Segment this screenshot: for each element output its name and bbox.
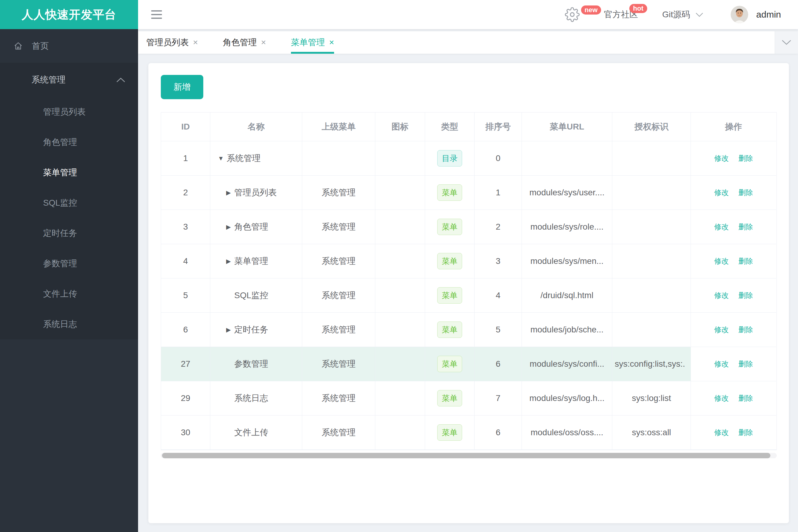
table-row: 3▶角色管理系统管理菜单2modules/sys/role....修改删除	[161, 210, 777, 244]
tab-2[interactable]: 菜单管理×	[291, 31, 334, 54]
cell-name: ▶管理员列表	[210, 176, 302, 210]
sidebar-item-5[interactable]: 参数管理	[0, 248, 138, 279]
cell-icon	[375, 313, 425, 347]
tab-1[interactable]: 角色管理×	[223, 31, 266, 54]
cell-icon	[375, 347, 425, 381]
column-header: 名称	[210, 113, 302, 141]
scrollbar-thumb[interactable]	[162, 453, 771, 458]
edit-link[interactable]: 修改	[714, 256, 729, 266]
tab-label: 角色管理	[223, 37, 257, 48]
cell-name: 参数管理	[210, 347, 302, 381]
cell-parent: 系统管理	[302, 244, 375, 279]
sidebar-submenu: 管理员列表角色管理菜单管理SQL监控定时任务参数管理文件上传系统日志	[0, 97, 138, 339]
cell-perm: sys:oss:all	[612, 416, 691, 450]
table-row: 6▶定时任务系统管理菜单5modules/job/sche...修改删除	[161, 313, 777, 347]
cell-type: 目录	[425, 141, 475, 176]
cell-id: 5	[161, 279, 210, 313]
sidebar-group-block: 系统管理 管理员列表角色管理菜单管理SQL监控定时任务参数管理文件上传系统日志	[0, 63, 138, 339]
tabs-menu-button[interactable]	[775, 31, 798, 54]
cell-name: 系统日志	[210, 381, 302, 416]
tab-0[interactable]: 管理员列表×	[146, 31, 198, 54]
cell-name: SQL监控	[210, 279, 302, 313]
edit-link[interactable]: 修改	[714, 393, 729, 403]
git-source-dropdown[interactable]: Git源码	[662, 9, 704, 20]
sidebar-item-7[interactable]: 系统日志	[0, 309, 138, 339]
new-badge: new	[581, 5, 601, 15]
collapse-arrow-icon[interactable]: ▼	[218, 155, 224, 162]
sidebar-item-6[interactable]: 文件上传	[0, 279, 138, 309]
edit-link[interactable]: 修改	[714, 428, 729, 437]
column-header: 授权标识	[612, 113, 691, 141]
tab-label: 管理员列表	[146, 37, 189, 48]
sidebar-item-4[interactable]: 定时任务	[0, 218, 138, 248]
horizontal-scrollbar	[161, 453, 777, 458]
sidebar-item-0[interactable]: 管理员列表	[0, 97, 138, 127]
add-button[interactable]: 新增	[161, 75, 203, 99]
cell-type: 菜单	[425, 381, 475, 416]
cell-parent: 系统管理	[302, 210, 375, 244]
cell-url: modules/sys/log.h...	[522, 381, 612, 416]
edit-link[interactable]: 修改	[714, 188, 729, 197]
close-icon[interactable]: ×	[329, 38, 334, 47]
cell-perm: sys:config:list,sys:.	[612, 347, 691, 381]
cell-order: 1	[475, 176, 522, 210]
expand-arrow-icon[interactable]: ▶	[225, 223, 231, 230]
table-row: 2▶管理员列表系统管理菜单1modules/sys/user....修改删除	[161, 176, 777, 210]
cell-url: modules/sys/role....	[522, 210, 612, 244]
edit-link[interactable]: 修改	[714, 153, 729, 163]
cell-icon	[375, 176, 425, 210]
cell-url: modules/sys/user....	[522, 176, 612, 210]
cell-type: 菜单	[425, 210, 475, 244]
cell-perm: sys:log:list	[612, 381, 691, 416]
type-tag: 菜单	[437, 287, 462, 304]
cell-name: ▶角色管理	[210, 210, 302, 244]
username[interactable]: admin	[756, 10, 781, 20]
delete-link[interactable]: 删除	[739, 256, 753, 266]
sidebar-home-label: 首页	[32, 40, 49, 52]
delete-link[interactable]: 删除	[739, 393, 753, 403]
expand-arrow-icon[interactable]: ▶	[225, 258, 231, 265]
settings-button[interactable]: new	[565, 7, 580, 22]
cell-actions: 修改删除	[691, 210, 776, 244]
delete-link[interactable]: 删除	[739, 222, 753, 232]
expand-arrow-icon[interactable]: ▶	[225, 189, 231, 196]
sidebar-item-3[interactable]: SQL监控	[0, 188, 138, 218]
cell-id: 27	[161, 347, 210, 381]
delete-link[interactable]: 删除	[739, 290, 753, 300]
column-header: 图标	[375, 113, 425, 141]
type-tag: 目录	[437, 150, 462, 167]
expand-arrow-icon[interactable]: ▶	[225, 326, 231, 333]
cell-url: modules/sys/confi...	[522, 347, 612, 381]
close-icon[interactable]: ×	[261, 38, 266, 47]
community-link[interactable]: 官方社区 hot	[604, 9, 638, 20]
table-row: 1▼系统管理目录0修改删除	[161, 141, 777, 176]
edit-link[interactable]: 修改	[714, 325, 729, 335]
cell-actions: 修改删除	[691, 176, 776, 210]
cell-parent: 系统管理	[302, 347, 375, 381]
delete-link[interactable]: 删除	[739, 188, 753, 197]
delete-link[interactable]: 删除	[739, 153, 753, 163]
table-row: 30文件上传系统管理菜单6modules/oss/oss....sys:oss:…	[161, 416, 777, 450]
delete-link[interactable]: 删除	[739, 428, 753, 437]
column-header: 排序号	[475, 113, 522, 141]
sidebar-item-2[interactable]: 菜单管理	[0, 157, 138, 188]
menu-toggle-icon[interactable]	[151, 10, 162, 19]
cell-name: 文件上传	[210, 416, 302, 450]
delete-link[interactable]: 删除	[739, 325, 753, 335]
sidebar-item-home[interactable]: 首页	[0, 29, 138, 63]
cell-order: 7	[475, 381, 522, 416]
sidebar-group-system[interactable]: 系统管理	[0, 63, 138, 97]
edit-link[interactable]: 修改	[714, 222, 729, 232]
delete-link[interactable]: 删除	[739, 359, 753, 369]
close-icon[interactable]: ×	[193, 38, 198, 47]
content-card: 新增 ID名称上级菜单图标类型排序号菜单URL授权标识操作1▼系统管理目录0修改…	[148, 63, 789, 523]
edit-link[interactable]: 修改	[714, 290, 729, 300]
avatar[interactable]	[731, 6, 748, 23]
sidebar-item-1[interactable]: 角色管理	[0, 127, 138, 157]
column-header: 上级菜单	[302, 113, 375, 141]
cell-name: ▼系统管理	[210, 141, 302, 176]
cell-perm	[612, 141, 691, 176]
table-header-row: ID名称上级菜单图标类型排序号菜单URL授权标识操作	[161, 113, 777, 141]
edit-link[interactable]: 修改	[714, 359, 729, 369]
cell-id: 29	[161, 381, 210, 416]
